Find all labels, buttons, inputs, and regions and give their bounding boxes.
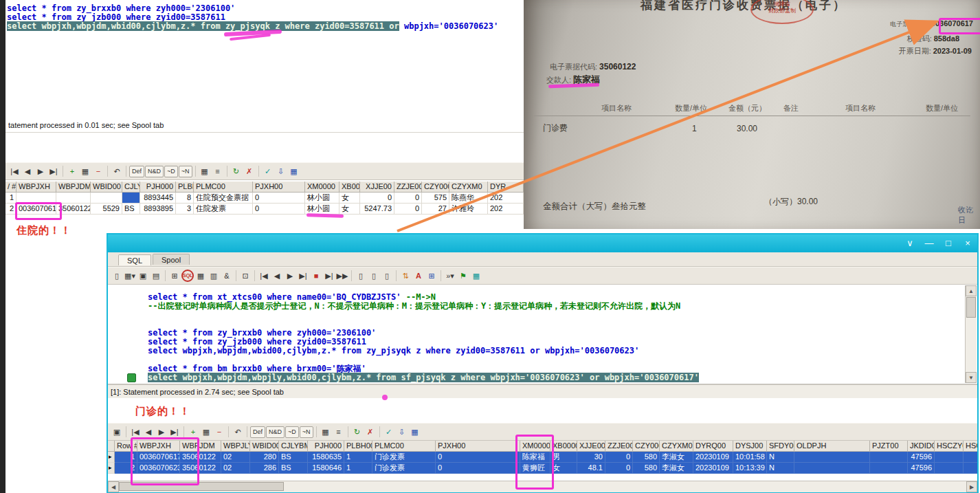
save-results-icon[interactable]: ▣ — [111, 426, 123, 438]
insert-record-icon[interactable]: + — [187, 426, 199, 438]
grid-header-cell[interactable]: CJLYBM — [122, 182, 140, 193]
grid-cell[interactable]: 5529 — [91, 204, 122, 215]
grid-cell[interactable]: BS — [279, 452, 308, 463]
last-record-icon[interactable]: ▶| — [47, 165, 60, 177]
grid-cell[interactable]: 黄狮匠 — [520, 463, 550, 474]
first-icon[interactable]: |◀ — [258, 270, 270, 282]
def-toggle[interactable]: Def — [250, 426, 265, 438]
grid-cell[interactable]: 575 — [422, 193, 449, 204]
grid-header-cell[interactable]: CZY000 — [633, 441, 660, 452]
grid-header-cell[interactable]: PLBH00 — [176, 182, 194, 193]
scroll-right-icon[interactable]: ▶ — [966, 481, 977, 492]
grid-cell[interactable]: 2 — [5, 204, 16, 215]
refresh-icon[interactable]: ↻ — [351, 426, 364, 438]
grid-cell[interactable]: 李淑女 — [660, 463, 693, 474]
find-icon[interactable]: A — [412, 270, 425, 282]
table-icon[interactable]: ▦ — [470, 270, 482, 282]
grid-header-cell[interactable]: WBPJDM — [56, 182, 91, 193]
grid-cell[interactable]: 门诊发票 — [372, 463, 436, 474]
design-icon[interactable]: ▦ — [409, 426, 421, 438]
grid-header-cell[interactable]: WBID00 — [250, 441, 279, 452]
first-record-icon[interactable]: |◀ — [129, 426, 142, 438]
next-icon[interactable]: ▶ — [284, 270, 296, 282]
grid-header-cell[interactable]: XJJE00 — [360, 182, 394, 193]
prev-record-icon[interactable]: ◀ — [21, 165, 34, 177]
execute-sql-icon[interactable]: SQL — [181, 270, 194, 282]
verify-icon[interactable]: ✓ — [383, 426, 395, 438]
def-toggle[interactable]: Def — [129, 166, 144, 177]
grid-cell[interactable]: 580 — [633, 452, 660, 463]
grid-row[interactable]: ▸200360706233506012202286BS15806461门诊发票0… — [108, 463, 977, 474]
editor-vertical-scrollbar[interactable]: ▲ ▼ — [965, 285, 977, 383]
substitution-icon[interactable]: & — [221, 270, 233, 282]
grid-header-cell[interactable]: PJH000 — [140, 182, 176, 193]
scrollbar-track[interactable] — [119, 481, 977, 492]
editor-line[interactable] — [148, 311, 964, 320]
next-record-icon[interactable]: ▶ — [34, 165, 47, 177]
grid-cell[interactable]: 0 — [253, 204, 305, 215]
grid-cell[interactable]: BS — [279, 463, 308, 474]
delete-record-icon[interactable]: − — [92, 165, 104, 177]
grid-cell[interactable]: 女 — [339, 204, 360, 215]
grid-header-cell[interactable]: XB0000 — [550, 441, 577, 452]
d-toggle[interactable]: ~D — [164, 166, 178, 177]
grid-header-cell[interactable]: PJH000 — [308, 441, 344, 452]
stop-icon[interactable]: ■ — [310, 270, 322, 282]
bookmark-icon[interactable]: ⚑ — [457, 270, 469, 282]
d-toggle[interactable]: ~D — [285, 426, 299, 438]
scrollbar-thumb[interactable] — [119, 482, 284, 491]
grid-cell[interactable]: 许雅玲 — [449, 204, 488, 215]
undo-icon[interactable]: ↶ — [232, 426, 244, 438]
grid-cell[interactable]: 8 — [176, 193, 194, 204]
grid-cell[interactable]: 280 — [250, 452, 279, 463]
refresh-window-icon[interactable]: ⊞ — [425, 270, 438, 282]
grid-cell[interactable] — [935, 463, 964, 474]
grid-cell[interactable]: 27 — [422, 204, 449, 215]
grid-header-cell[interactable]: PJXH00 — [436, 441, 520, 452]
export-icon[interactable]: ⇩ — [275, 165, 287, 177]
grid-cell[interactable]: 1580646 — [308, 463, 344, 474]
open-file-icon[interactable]: ▦▾ — [124, 270, 136, 282]
grid-header-cell[interactable]: DYR — [488, 182, 524, 193]
cancel-icon[interactable]: ✗ — [243, 165, 256, 177]
grid-cell[interactable]: 580 — [633, 463, 660, 474]
grid-cell[interactable]: 8893445 — [140, 193, 176, 204]
last-icon[interactable]: ▶| — [297, 270, 309, 282]
nd-toggle[interactable]: N&D — [145, 166, 164, 177]
grid-cell[interactable]: 35060122 — [180, 452, 221, 463]
grid-header-cell[interactable]: XM0000 — [305, 182, 339, 193]
grid-cell[interactable]: 1 — [344, 463, 372, 474]
grid-header-cell[interactable]: HSCZY0 — [935, 441, 964, 452]
grid-cell[interactable]: 0 — [253, 193, 305, 204]
form-view-icon[interactable]: ≡ — [333, 426, 345, 438]
grid-header-cell[interactable]: PJZT00 — [870, 441, 908, 452]
prev-icon[interactable]: ◀ — [271, 270, 283, 282]
grid-cell[interactable]: 202 — [488, 193, 524, 204]
grid-cell[interactable]: 1 — [5, 193, 16, 204]
nd-toggle[interactable]: N&D — [266, 426, 285, 438]
grid-cell[interactable] — [964, 452, 977, 463]
grid-cell[interactable] — [122, 193, 140, 204]
row-marker[interactable]: ▸ — [108, 452, 115, 463]
grid-header-cell[interactable]: WBPJLY — [221, 441, 250, 452]
grid-header-cell[interactable]: SFDY00 — [767, 441, 794, 452]
grid-header-cell[interactable]: CZYXM0 — [449, 182, 488, 193]
grid-cell[interactable] — [16, 193, 56, 204]
grid-cell[interactable]: 住院预交金票据 — [194, 193, 253, 204]
grid-row[interactable]: 20036070617350601225529BS88938953住院发票0林小… — [5, 204, 524, 215]
grid-cell[interactable]: 20230109 — [693, 463, 733, 474]
grid-header-cell[interactable]: PLMC00 — [194, 182, 253, 193]
grid-header-cell[interactable]: JKDID0 — [908, 441, 935, 452]
grid-header-cell[interactable]: HSCZXM — [964, 441, 977, 452]
grid-cell[interactable]: 10:13:39 — [733, 463, 767, 474]
grid-cell[interactable]: 30 — [577, 452, 605, 463]
grid-cell[interactable]: 47596 — [908, 463, 935, 474]
grid-cell[interactable]: 02 — [221, 452, 250, 463]
grid-cell[interactable]: 0036070617 — [137, 452, 180, 463]
grid-cell[interactable]: 林小圆 — [305, 204, 339, 215]
grid-cell[interactable]: 林小圆 — [305, 193, 339, 204]
tab-sql[interactable]: SQL — [118, 254, 151, 265]
grid-cell[interactable]: N — [767, 452, 794, 463]
grid-header-cell[interactable]: WBPJDM — [180, 441, 221, 452]
print-icon[interactable]: ▤ — [150, 270, 162, 282]
